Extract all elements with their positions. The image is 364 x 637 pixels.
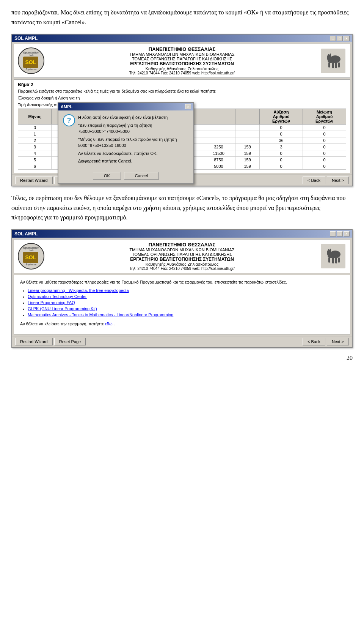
step-title: Βήμα 2 [18, 82, 346, 87]
cell-c6: 159 [235, 150, 260, 157]
prof-info-2: Καθηγητής Αθανάσιος Ζηλιασκόπουλος [48, 262, 316, 266]
link-optimization-center[interactable]: Optimization Technology Center [28, 294, 87, 299]
page-number: 20 [11, 355, 353, 361]
window2-content: Αν θέλετε να μάθετε περισσότερες πληροφο… [14, 275, 350, 334]
cell-c5 [202, 131, 235, 137]
cell-c6: 159 [235, 157, 260, 163]
svg-rect-5 [328, 62, 330, 68]
window1-titlebar: SOL AMPL _ □ × [12, 35, 352, 42]
cell-c5 [202, 137, 235, 144]
window2-titlebar-buttons: _ □ × [330, 231, 350, 237]
svg-rect-15 [328, 257, 330, 263]
link-wikipedia[interactable]: Linear programming - Wikipedia, the free… [28, 288, 129, 293]
lab-name: ΕΡΓΑΣΤΗΡΙΟ ΒΕΛΤΙΣΤΟΠΟΙΗΣΗΣ ΣΥΣΤΗΜΑΤΩΝ [48, 61, 316, 66]
restart-wizard-button-2[interactable]: Restart Wizard [15, 338, 53, 345]
dept2-name: ΤΟΜΕΑΣ ΟΡΓΑΝΩΣΗΣ ΠΑΡΑΓΩΓΗΣ ΚΑΙ ΔΙΟΙΚΗΣΗΣ [48, 57, 316, 61]
tel-info-2: Τηλ: 24210 74044 Fax: 24210 74059 web: h… [48, 266, 316, 271]
list-item: Mathematics Archives - Topics in Mathema… [28, 312, 344, 317]
prof-label: Καθηγητής [146, 66, 166, 71]
window1-body: Optimization Lab SOL Systems ΠΑΝΕΠΙΣΤΗΜΙ… [12, 44, 352, 186]
cell-c6 [235, 125, 260, 131]
cell-c5: 11500 [202, 150, 235, 157]
cell-c5 [202, 125, 235, 131]
link-math-archives[interactable]: Mathematics Archives - Topics in Mathema… [28, 312, 173, 317]
dialog-question-icon: ? [63, 114, 75, 126]
cell-inc: 3 [260, 144, 303, 150]
back-button[interactable]: < Back [303, 177, 325, 184]
link-glpk[interactable]: GLPK (GNU Linear Programming Kit) [28, 306, 97, 311]
cell-dec: 0 [303, 131, 346, 137]
cell-inc: 0 [260, 163, 303, 170]
cell-dec: 0 [303, 137, 346, 144]
cell-c6: 159 [235, 163, 260, 170]
dialog-line2: *Δεν επαρκεί η παραγωγή για τη ζήτηση 75… [78, 122, 189, 135]
cell-dec: 0 [303, 157, 346, 163]
cell-dec: 0 [303, 125, 346, 131]
window2-maximize-button[interactable]: □ [337, 231, 343, 237]
dialog-content: Η λύση αυτή δεν είναι εφικτή ή δεν είναι… [78, 114, 189, 166]
next-button-2[interactable]: Next > [327, 338, 349, 345]
cell-month: 1 [18, 131, 52, 137]
window2: SOL AMPL _ □ × Optimization Lab SOL Syst… [11, 229, 353, 348]
dialog-window: AMPL × ? Η λύση αυτή δεν είναι εφικτή ή … [58, 102, 194, 184]
dept1-name-2: ΤΜΗΜΑ ΜΗΧΑΝΟΛΟΓΩΝ ΜΗΧΑΝΙΚΩΝ ΒΙΟΜΗΧΑΝΙΑΣ [48, 248, 316, 252]
university-name: ΠΑΝΕΠΙΣΤΗΜΙΟ ΘΕΣΣΑΛΙΑΣ [48, 46, 316, 52]
cell-c5: 5000 [202, 163, 235, 170]
window2-links-list: Linear programming - Wikipedia, the free… [20, 288, 344, 317]
window2-footer-right: < Back Next > [303, 338, 349, 345]
svg-rect-13 [332, 257, 334, 263]
cell-month: 3 [18, 144, 52, 150]
window1-header: Optimization Lab SOL Systems ΠΑΝΕΠΙΣΤΗΜΙ… [14, 44, 350, 78]
window2-footer: Restart Wizard Reset Page < Back Next > [12, 336, 352, 347]
cell-c6 [235, 131, 260, 137]
cell-month: 6 [18, 163, 52, 170]
dialog-win-inner: AMPL × ? Η λύση αυτή δεν είναι εφικτή ή … [58, 102, 194, 184]
window2-para1: Αν θέλετε να μάθετε περισσότερες πληροφο… [20, 279, 344, 285]
next-button[interactable]: Next > [327, 177, 349, 184]
cell-dec: 0 [303, 150, 346, 157]
back-button-2[interactable]: < Back [303, 338, 325, 345]
svg-rect-19 [330, 249, 331, 252]
window2-minimize-button[interactable]: _ [330, 231, 336, 237]
col-header-month: Μήνας [18, 109, 52, 125]
reset-page-button-2[interactable]: Reset Page [54, 338, 86, 345]
cell-month: 4 [18, 150, 52, 157]
window1-minimize-button[interactable]: _ [330, 36, 336, 41]
sol-logo: Optimization Lab SOL Systems [18, 47, 44, 74]
window1: SOL AMPL _ □ × Optimization Lab SOL Syst… [11, 34, 353, 186]
svg-rect-16 [338, 257, 340, 263]
dialog-close-button[interactable]: × [185, 104, 191, 109]
cell-month: 0 [18, 125, 52, 131]
window2-close-button[interactable]: × [344, 231, 350, 237]
sol-logo-text: SOL [23, 57, 38, 68]
window1-close-button[interactable]: × [344, 36, 350, 41]
svg-rect-14 [335, 257, 337, 263]
restart-wizard-button[interactable]: Restart Wizard [15, 177, 53, 184]
window1-title: SOL AMPL [14, 36, 38, 41]
dialog-title: AMPL [61, 104, 72, 109]
sol-logo-2: Optimization Lab SOL Systems [18, 243, 44, 270]
list-item: GLPK (GNU Linear Programming Kit) [28, 306, 344, 311]
col-header-c6 [235, 109, 260, 125]
cell-c5: 3250 [202, 144, 235, 150]
list-item: Linear Programming FAQ [28, 300, 344, 305]
sol-logo-text-2: SOL [23, 252, 38, 263]
link-lp-faq[interactable]: Linear Programming FAQ [28, 300, 75, 305]
close-link[interactable]: εδώ [105, 322, 113, 326]
svg-rect-18 [328, 249, 329, 253]
dialog-line7: Διαφορετικά πατήστε Cancel. [78, 158, 189, 164]
prof-name: Αθανάσιος Ζηλιασκόπουλος [166, 66, 218, 71]
cell-dec: 0 [303, 144, 346, 150]
window1-maximize-button[interactable]: □ [337, 36, 343, 41]
cell-inc: 0 [260, 125, 303, 131]
dialog-cancel-button[interactable]: Cancel [124, 172, 159, 180]
dept2-name-2: ΤΟΜΕΑΣ ΟΡΓΑΝΩΣΗΣ ΠΑΡΑΓΩΓΗΣ ΚΑΙ ΔΙΟΙΚΗΣΗΣ [48, 252, 316, 257]
step-instruction1: Παρακαλώ εισάγετε στα παρακάτω κελιά τις… [18, 89, 346, 93]
cell-c5: 8750 [202, 157, 235, 163]
prof-info: Καθηγητής Αθανάσιος Ζηλιασκόπουλος [48, 66, 316, 71]
dialog-titlebar: AMPL × [58, 103, 193, 110]
window2-body: Optimization Lab SOL Systems ΠΑΝΕΠΙΣΤΗΜΙ… [12, 239, 352, 347]
svg-rect-6 [338, 62, 340, 68]
dialog-ok-button[interactable]: OK [93, 172, 121, 180]
step-instruction2: Έλεγχος για δοκιμή ή Λύση για τη [18, 96, 346, 100]
